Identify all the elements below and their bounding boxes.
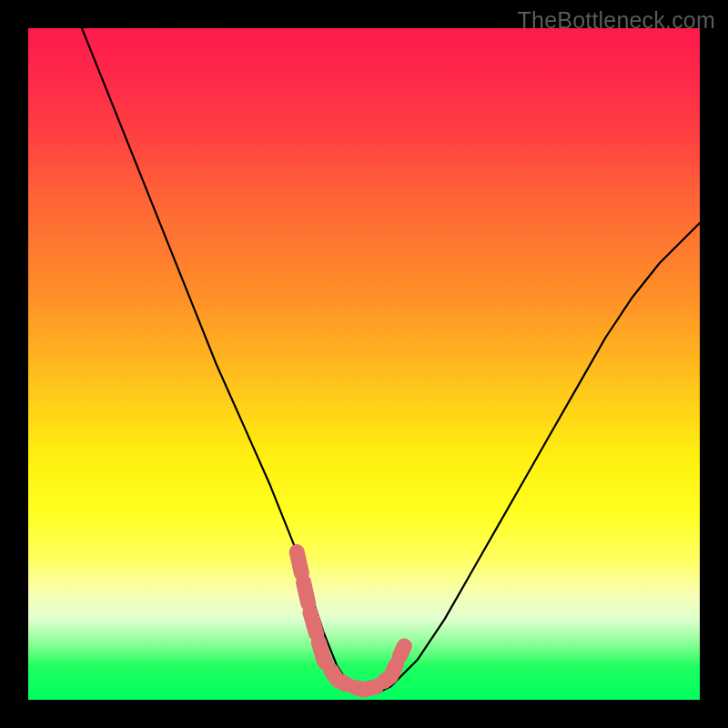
chart-frame: TheBottleneck.com: [0, 0, 728, 728]
watermark-text: TheBottleneck.com: [518, 7, 715, 34]
highlight-segment: [297, 552, 404, 690]
curve-layer: [28, 28, 700, 700]
plot-area: [28, 28, 700, 700]
bottleneck-curve: [82, 28, 700, 693]
